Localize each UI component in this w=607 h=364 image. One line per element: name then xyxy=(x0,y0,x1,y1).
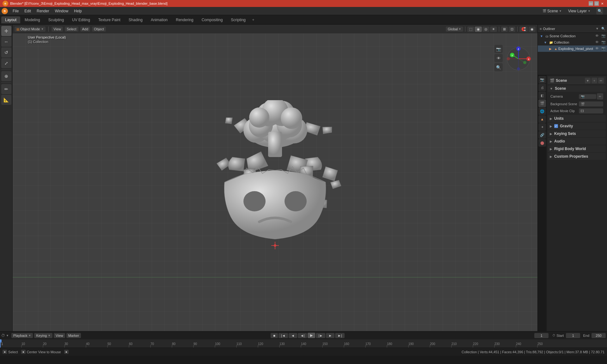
tab-sculpting[interactable]: Sculpting xyxy=(45,16,68,23)
tab-uv-editing[interactable]: UV Editing xyxy=(68,16,94,23)
prop-tab-material[interactable]: ⬤ xyxy=(538,139,546,147)
view-layer-selector[interactable]: View Layer ▼ xyxy=(566,8,593,14)
jump-start-button[interactable]: |◄ xyxy=(279,333,288,338)
scene-new-btn[interactable]: + xyxy=(592,78,597,83)
shading-wireframe-btn[interactable]: ⬚ xyxy=(467,27,474,32)
prop-tab-object[interactable]: ▲ xyxy=(538,115,546,123)
prop-tab-render[interactable]: 📷 xyxy=(538,76,546,83)
close-button[interactable]: ✕ xyxy=(600,1,604,6)
move-tool-button[interactable]: ↔ xyxy=(1,37,11,47)
next-frame-button[interactable]: ► xyxy=(326,333,334,338)
viewport-3d[interactable]: ▤ Object Mode ▼ View Select Add Object G… xyxy=(13,25,537,331)
marker-menu-btn[interactable]: Marker xyxy=(66,333,81,338)
tab-texture-paint[interactable]: Texture Paint xyxy=(95,16,124,23)
tab-shading[interactable]: Shading xyxy=(125,16,146,23)
custom-properties-section-header[interactable]: ▶ Custom Properties xyxy=(548,153,606,160)
scene-selector[interactable]: 🎬 Scene ▼ xyxy=(540,8,564,14)
playback-menu-btn[interactable]: Playback ▼ xyxy=(11,333,33,338)
tab-animation[interactable]: Animation xyxy=(147,16,171,23)
add-workspace-button[interactable]: + xyxy=(250,17,256,23)
snap-btn[interactable]: 🧲 xyxy=(519,27,528,32)
current-frame-display[interactable]: 1 xyxy=(534,333,549,338)
prop-tab-particles[interactable]: ✦ xyxy=(538,123,546,131)
keying-menu-btn[interactable]: Keying ▼ xyxy=(34,333,52,338)
collection-eye-icon[interactable]: 👁 xyxy=(595,40,600,45)
collection-cam-icon[interactable]: 📷 xyxy=(601,40,606,45)
gravity-checkbox[interactable]: ✓ xyxy=(554,124,558,128)
keying-sets-section-header[interactable]: ▶ Keying Sets xyxy=(548,130,606,137)
end-frame-input[interactable]: 250 xyxy=(592,333,606,338)
collection-item[interactable]: ▼ 📁 Collection 👁 📷 xyxy=(538,39,607,46)
stop-button[interactable]: ■ xyxy=(271,333,278,338)
prop-tab-view-layer[interactable]: ◧ xyxy=(538,92,546,99)
menu-edit[interactable]: Edit xyxy=(22,8,34,14)
play-button[interactable]: ▶ xyxy=(308,333,315,338)
viewport-overlay-btn[interactable]: ⊞ xyxy=(501,27,508,32)
active-movie-clip-value[interactable]: 🎞 xyxy=(579,108,603,113)
minimize-button[interactable]: — xyxy=(589,1,593,6)
viewport-view-button[interactable]: View xyxy=(52,27,63,32)
scene-edit-btn[interactable]: ✏ xyxy=(598,78,604,83)
scene-section-header[interactable]: ▼ Scene xyxy=(548,85,606,92)
timeline-view-menu-btn[interactable]: View xyxy=(54,333,65,338)
svg-text:240: 240 xyxy=(516,342,521,346)
tab-modeling[interactable]: Modeling xyxy=(21,16,44,23)
toggle-viewport-button[interactable]: 👁 xyxy=(494,54,503,62)
transform-tool-button[interactable]: ⊕ xyxy=(1,71,11,81)
object-eye-icon[interactable]: 👁 xyxy=(595,46,600,51)
scene-cam-icon[interactable]: 📷 xyxy=(601,34,606,38)
menu-help[interactable]: Help xyxy=(71,8,84,14)
shading-material-btn[interactable]: ◎ xyxy=(482,27,489,32)
viewport-global-local[interactable]: Global ▼ xyxy=(446,27,463,32)
prop-tab-constraints[interactable]: 🔗 xyxy=(538,131,546,139)
prev-keyframe-button[interactable]: ◄| xyxy=(298,333,307,338)
proportional-edit-btn[interactable]: ◉ xyxy=(529,27,536,32)
viewport-xray-btn[interactable]: ⊡ xyxy=(509,27,515,32)
outliner-filter-btn[interactable]: ▼ xyxy=(596,27,599,30)
viewport-add-button[interactable]: Add xyxy=(80,27,90,32)
tab-layout[interactable]: Layout xyxy=(1,16,20,23)
rigid-body-world-section-header[interactable]: ▶ Rigid Body World xyxy=(548,145,606,152)
annotate-tool-button[interactable]: ✏ xyxy=(1,84,11,94)
scale-tool-button[interactable]: ⤢ xyxy=(1,58,11,68)
prop-tab-output[interactable]: 🖨 xyxy=(538,84,546,91)
maximize-button[interactable]: □ xyxy=(594,1,599,6)
measure-tool-button[interactable]: 📐 xyxy=(1,95,11,105)
prop-tab-world[interactable]: 🌐 xyxy=(538,107,546,115)
prop-tab-scene[interactable]: 🎬 xyxy=(538,100,546,107)
audio-section-header[interactable]: ▶ Audio xyxy=(548,138,606,145)
menu-window[interactable]: Window xyxy=(52,8,71,14)
units-section-header[interactable]: ▶ Units xyxy=(548,115,606,122)
tab-rendering[interactable]: Rendering xyxy=(172,16,197,23)
search-button[interactable]: 🔍 xyxy=(596,8,603,15)
tab-compositing[interactable]: Compositing xyxy=(198,16,227,23)
object-item[interactable]: ▶ ▲ Exploding_Head_pivot 👁 📷 xyxy=(538,46,607,52)
search-viewport-button[interactable]: 🔍 xyxy=(494,63,503,71)
shading-rendered-btn[interactable]: ☀ xyxy=(490,27,497,32)
rotate-tool-button[interactable]: ↺ xyxy=(1,47,11,58)
outliner-search-btn[interactable]: 🔍 xyxy=(601,27,605,30)
toggle-camera-button[interactable]: 📷 xyxy=(494,45,503,53)
shading-solid-btn[interactable]: ◉ xyxy=(475,27,482,32)
camera-edit-btn[interactable]: ✏ xyxy=(597,93,603,100)
timeline-ruler[interactable]: 1 10 20 30 40 50 60 70 80 90 100 110 120 xyxy=(0,339,607,348)
scene-browse-btn[interactable]: ▼ xyxy=(585,78,591,83)
scene-collection-item[interactable]: ▼ 🗂 Scene Collection 👁 📷 xyxy=(538,33,607,39)
next-keyframe-button[interactable]: |► xyxy=(316,333,325,338)
viewport-select-button[interactable]: Select xyxy=(65,27,78,32)
viewport-mode-button[interactable]: ▤ Object Mode ▼ xyxy=(15,27,46,32)
viewport-object-button[interactable]: Object xyxy=(92,27,106,32)
camera-value[interactable]: 📷 xyxy=(579,94,596,99)
menu-render[interactable]: Render xyxy=(34,8,52,14)
navigation-gizmo[interactable]: X Y Z xyxy=(506,46,531,71)
cursor-tool-button[interactable]: ✛ xyxy=(1,26,11,36)
gravity-section-header[interactable]: ▶ ✓ Gravity xyxy=(548,123,606,130)
jump-end-button[interactable]: ►| xyxy=(335,333,345,338)
menu-file[interactable]: File xyxy=(10,8,21,14)
object-render-icon[interactable]: 📷 xyxy=(601,46,606,51)
tab-scripting[interactable]: Scripting xyxy=(227,16,249,23)
start-frame-input[interactable]: 1 xyxy=(566,333,580,338)
prev-frame-button[interactable]: ◄ xyxy=(289,333,297,338)
scene-eye-icon[interactable]: 👁 xyxy=(595,34,600,38)
background-scene-value[interactable]: 🎬 xyxy=(579,101,603,106)
